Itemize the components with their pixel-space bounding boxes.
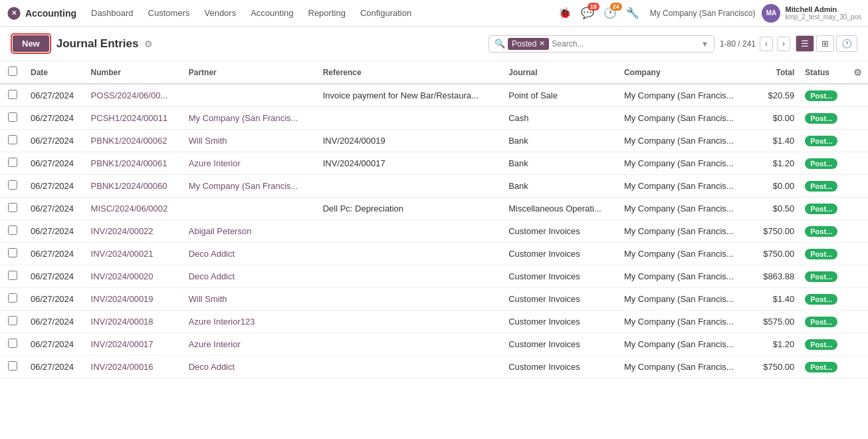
col-header-date[interactable]: Date bbox=[25, 61, 86, 84]
row-checkbox[interactable] bbox=[8, 316, 17, 325]
row-partner[interactable]: Will Smith bbox=[183, 288, 318, 311]
wrench-icon[interactable]: 🔧 bbox=[622, 4, 643, 22]
row-status[interactable]: Post... bbox=[800, 198, 848, 220]
row-partner[interactable]: Azure Interior123 bbox=[183, 311, 318, 333]
row-checkbox[interactable] bbox=[8, 180, 17, 190]
row-number[interactable]: INV/2024/00016 bbox=[86, 356, 183, 378]
row-checkbox[interactable] bbox=[8, 339, 17, 348]
row-partner[interactable]: Azure Interior bbox=[183, 152, 318, 175]
status-badge[interactable]: Post... bbox=[805, 90, 837, 101]
status-badge[interactable]: Post... bbox=[805, 294, 837, 305]
nav-item-customers[interactable]: Customers bbox=[142, 4, 197, 22]
debug-icon[interactable]: 🐞 bbox=[554, 4, 576, 22]
status-badge[interactable]: Post... bbox=[805, 362, 837, 372]
row-status[interactable]: Post... bbox=[800, 311, 848, 333]
row-status[interactable]: Post... bbox=[800, 220, 848, 243]
row-status[interactable]: Post... bbox=[800, 84, 848, 107]
row-partner[interactable]: Abigail Peterson bbox=[183, 220, 318, 243]
row-status[interactable]: Post... bbox=[800, 152, 848, 175]
status-badge[interactable]: Post... bbox=[805, 226, 837, 237]
row-checkbox[interactable] bbox=[8, 90, 17, 99]
filter-tag-close[interactable]: ✕ bbox=[539, 39, 545, 48]
user-avatar[interactable]: MA bbox=[762, 4, 780, 23]
column-settings-icon[interactable]: ⚙ bbox=[853, 67, 862, 78]
chat-icon-btn[interactable]: 💬 18 bbox=[577, 4, 598, 22]
row-partner[interactable]: Will Smith bbox=[183, 130, 318, 152]
status-badge[interactable]: Post... bbox=[805, 204, 837, 214]
app-logo[interactable]: ✕ bbox=[7, 6, 21, 21]
status-badge[interactable]: Post... bbox=[805, 317, 837, 327]
col-header-company[interactable]: Company bbox=[619, 61, 753, 84]
user-info[interactable]: Mitchell Admin kmp_2_test_may_30_pos bbox=[785, 5, 861, 21]
row-number[interactable]: INV/2024/00017 bbox=[86, 333, 183, 356]
row-checkbox[interactable] bbox=[8, 293, 17, 303]
nav-item-configuration[interactable]: Configuration bbox=[354, 4, 418, 22]
row-number[interactable]: PCSH1/2024/00011 bbox=[86, 107, 183, 130]
row-status[interactable]: Post... bbox=[800, 333, 848, 356]
settings-gear-icon[interactable]: ⚙ bbox=[144, 39, 153, 49]
col-header-number[interactable]: Number bbox=[86, 61, 183, 84]
row-checkbox[interactable] bbox=[8, 225, 17, 235]
status-badge[interactable]: Post... bbox=[805, 181, 837, 192]
row-partner[interactable]: My Company (San Francis... bbox=[183, 107, 318, 130]
col-header-partner[interactable]: Partner bbox=[183, 61, 318, 84]
app-name[interactable]: Accounting bbox=[25, 8, 76, 19]
row-status[interactable]: Post... bbox=[800, 243, 848, 265]
col-header-status[interactable]: Status bbox=[800, 61, 848, 84]
row-partner[interactable]: My Company (San Francis... bbox=[183, 175, 318, 198]
nav-item-dashboard[interactable]: Dashboard bbox=[84, 4, 140, 22]
row-checkbox[interactable] bbox=[8, 135, 17, 144]
row-partner[interactable]: Deco Addict bbox=[183, 356, 318, 378]
row-number[interactable]: INV/2024/00018 bbox=[86, 311, 183, 333]
nav-item-vendors[interactable]: Vendors bbox=[197, 4, 243, 22]
status-badge[interactable]: Post... bbox=[805, 158, 837, 169]
row-number[interactable]: PBNK1/2024/00062 bbox=[86, 130, 183, 152]
col-header-reference[interactable]: Reference bbox=[318, 61, 504, 84]
row-partner[interactable]: Deco Addict bbox=[183, 243, 318, 265]
nav-item-reporting[interactable]: Reporting bbox=[302, 4, 352, 22]
row-status[interactable]: Post... bbox=[800, 288, 848, 311]
next-page-button[interactable]: › bbox=[777, 37, 790, 51]
row-partner[interactable]: Azure Interior bbox=[183, 333, 318, 356]
row-status[interactable]: Post... bbox=[800, 356, 848, 378]
row-checkbox[interactable] bbox=[8, 361, 17, 370]
kanban-view-button[interactable]: ⊞ bbox=[816, 35, 834, 52]
row-partner[interactable] bbox=[183, 198, 318, 220]
status-badge[interactable]: Post... bbox=[805, 113, 837, 124]
row-status[interactable]: Post... bbox=[800, 107, 848, 130]
row-checkbox[interactable] bbox=[8, 248, 17, 257]
row-number[interactable]: INV/2024/00019 bbox=[86, 288, 183, 311]
list-view-button[interactable]: ☰ bbox=[796, 35, 814, 52]
search-dropdown-arrow[interactable]: ▼ bbox=[701, 40, 708, 48]
status-badge[interactable]: Post... bbox=[805, 339, 837, 350]
row-status[interactable]: Post... bbox=[800, 130, 848, 152]
clock-icon-btn[interactable]: 🕐 24 bbox=[599, 4, 621, 22]
row-number[interactable]: INV/2024/00021 bbox=[86, 243, 183, 265]
clock-view-button[interactable]: 🕐 bbox=[836, 35, 857, 52]
row-checkbox[interactable] bbox=[8, 271, 17, 280]
row-checkbox[interactable] bbox=[8, 112, 17, 122]
prev-page-button[interactable]: ‹ bbox=[760, 37, 773, 51]
row-checkbox[interactable] bbox=[8, 158, 17, 167]
row-number[interactable]: PBNK1/2024/00060 bbox=[86, 175, 183, 198]
row-checkbox[interactable] bbox=[8, 203, 17, 212]
new-button[interactable]: New bbox=[13, 35, 49, 52]
search-input[interactable] bbox=[552, 39, 699, 49]
row-status[interactable]: Post... bbox=[800, 175, 848, 198]
row-number[interactable]: INV/2024/00020 bbox=[86, 265, 183, 288]
row-partner[interactable] bbox=[183, 84, 318, 107]
col-header-total[interactable]: Total bbox=[753, 61, 800, 84]
select-all-checkbox[interactable] bbox=[8, 67, 17, 76]
status-badge[interactable]: Post... bbox=[805, 136, 837, 146]
row-number[interactable]: POSS/2024/06/00... bbox=[86, 84, 183, 107]
row-number[interactable]: PBNK1/2024/00061 bbox=[86, 152, 183, 175]
filter-tag-posted[interactable]: Posted ✕ bbox=[508, 38, 549, 50]
status-badge[interactable]: Post... bbox=[805, 271, 837, 282]
col-header-settings[interactable]: ⚙ bbox=[848, 61, 868, 84]
row-partner[interactable]: Deco Addict bbox=[183, 265, 318, 288]
row-number[interactable]: MISC/2024/06/0002 bbox=[86, 198, 183, 220]
col-header-journal[interactable]: Journal bbox=[503, 61, 619, 84]
row-number[interactable]: INV/2024/00022 bbox=[86, 220, 183, 243]
status-badge[interactable]: Post... bbox=[805, 249, 837, 259]
nav-item-accounting[interactable]: Accounting bbox=[244, 4, 300, 22]
